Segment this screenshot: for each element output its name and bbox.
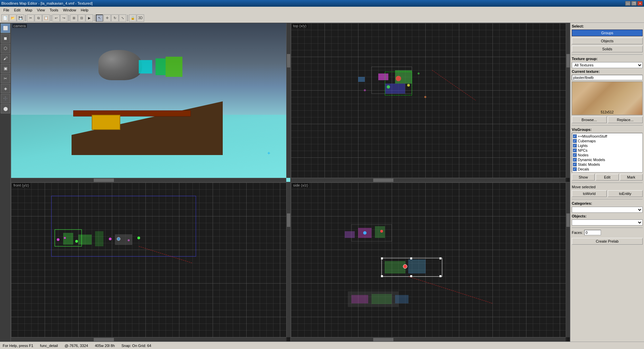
objects-section-label: Objects:: [572, 214, 643, 218]
front-scrollbar-h[interactable]: [11, 337, 286, 341]
front-viewport[interactable]: front (y/z): [11, 182, 291, 342]
show-button[interactable]: Show: [572, 174, 595, 181]
divider-3: [572, 183, 643, 183]
faces-input[interactable]: 0: [584, 230, 601, 235]
solids-button[interactable]: Solids: [572, 46, 643, 52]
toolbar-sep-5: [127, 15, 128, 21]
copy-button[interactable]: ⧉: [35, 14, 42, 22]
save-button[interactable]: 💾: [17, 14, 24, 22]
visgroup-decals[interactable]: ✓ Decals: [573, 167, 642, 171]
side-viewport-label: side (x/z): [292, 183, 309, 187]
menu-help[interactable]: Help: [79, 7, 91, 13]
svg-rect-45: [372, 294, 392, 304]
statusbar: For Help, press F1 func_detail @-7676, 3…: [0, 342, 644, 349]
visgroup-checkbox-npcs[interactable]: ✓: [573, 148, 577, 152]
svg-rect-34: [385, 261, 405, 273]
entity-tool[interactable]: ⬡: [1, 44, 10, 53]
decal-tool[interactable]: ⬤: [1, 104, 10, 113]
path-tool[interactable]: ➕: [1, 94, 10, 103]
visgroup-static-models[interactable]: ✓ Static Models: [573, 162, 642, 167]
mark-button[interactable]: Mark: [620, 174, 643, 181]
translate-tool[interactable]: ✛: [103, 14, 111, 22]
groups-button[interactable]: Groups: [572, 30, 643, 36]
menu-tools[interactable]: Tools: [48, 7, 60, 13]
svg-point-9: [424, 96, 426, 98]
divider-1: [572, 54, 643, 55]
snap-toggle[interactable]: ⊟: [78, 14, 85, 22]
visgroup-checkbox-nodes[interactable]: ✓: [573, 153, 577, 157]
menu-file[interactable]: File: [1, 7, 11, 13]
entity-type: func_detail: [40, 344, 58, 348]
visgroup-checkbox-dynamic-models[interactable]: ✓: [573, 158, 577, 162]
side-scrollbar-h[interactable]: [291, 337, 566, 341]
side-map-svg: [291, 183, 570, 341]
menu-edit[interactable]: Edit: [12, 7, 23, 13]
top-scrollbar-v[interactable]: [566, 23, 570, 178]
toentity-button[interactable]: toEntity: [608, 190, 643, 197]
camera-scrollbar-v[interactable]: [286, 23, 290, 178]
clip-tool[interactable]: ✂: [1, 74, 10, 83]
visgroup-dynamic-models[interactable]: ✓ Dynamic Models: [573, 157, 642, 162]
texture-group-select[interactable]: All Textures: [572, 62, 643, 68]
menu-map[interactable]: Map: [23, 7, 34, 13]
open-button[interactable]: 📂: [9, 14, 16, 22]
svg-point-18: [57, 238, 59, 241]
visgroup-checkbox-decals[interactable]: ✓: [573, 167, 577, 171]
visgroup-checkbox-missroomstuff[interactable]: ✓: [573, 134, 577, 138]
front-scrollbar-v[interactable]: [286, 183, 290, 337]
rotate-tool[interactable]: ↻: [111, 14, 119, 22]
texture-lock[interactable]: 🔒: [129, 14, 136, 22]
fill-tool[interactable]: ▣: [1, 64, 10, 73]
compile-button[interactable]: ▶: [86, 14, 93, 22]
visgroup-checkbox-lights[interactable]: ✓: [573, 144, 577, 148]
menu-view[interactable]: View: [35, 7, 47, 13]
replace-button[interactable]: Replace...: [608, 116, 643, 123]
vertex-tool[interactable]: ◈: [1, 84, 10, 93]
current-texture-input[interactable]: plaster/lbwlb: [572, 75, 643, 80]
visgroup-checkbox-cubemaps[interactable]: ✓: [573, 139, 577, 143]
side-scrollbar-v[interactable]: [566, 183, 570, 337]
objects-select[interactable]: [572, 219, 643, 226]
visgroup-npcs[interactable]: ✓ NPCs: [573, 148, 642, 153]
camera-viewport[interactable]: camera ✛: [11, 23, 291, 182]
grid-toggle[interactable]: ⊞: [70, 14, 78, 22]
menu-window[interactable]: Window: [61, 7, 78, 13]
minimize-button[interactable]: —: [625, 1, 631, 6]
undo-button[interactable]: ↩: [52, 14, 60, 22]
objects-button[interactable]: Objects: [572, 38, 643, 44]
side-viewport[interactable]: side (x/z): [291, 182, 570, 342]
selection-tool[interactable]: ⬜: [1, 23, 10, 33]
front-map-svg: [11, 183, 290, 341]
visgroup-cubemaps[interactable]: ✓ Cubemaps: [573, 139, 642, 143]
visgroup-nodes[interactable]: ✓ Nodes: [573, 153, 642, 157]
paint-tool[interactable]: 🖌: [1, 54, 10, 63]
svg-point-19: [64, 237, 66, 239]
svg-rect-40: [439, 275, 441, 277]
svg-point-22: [75, 240, 78, 243]
toworld-button[interactable]: toWorld: [572, 190, 607, 197]
cut-button[interactable]: ✂: [27, 14, 34, 22]
close-button[interactable]: ✕: [637, 1, 643, 6]
top-scrollbar-h[interactable]: [291, 178, 566, 182]
top-viewport[interactable]: top (x/y): [291, 23, 570, 182]
categories-select[interactable]: [572, 207, 643, 213]
camera-scrollbar-h[interactable]: [11, 178, 286, 182]
block-tool[interactable]: ◼: [1, 34, 10, 43]
browse-button[interactable]: Browse...: [572, 116, 607, 123]
restore-button[interactable]: ❐: [631, 1, 637, 6]
edit-visgroups-button[interactable]: Edit: [596, 174, 618, 181]
top-viewport-label: top (x/y): [292, 24, 308, 28]
3d-view-toggle[interactable]: 3D: [137, 14, 144, 22]
new-button[interactable]: 📄: [1, 14, 9, 22]
scale-tool[interactable]: ⤡: [119, 14, 126, 22]
visgroup-missroomstuff[interactable]: ✓ ++MissRoomStuff: [573, 134, 642, 139]
redo-button[interactable]: ↪: [60, 14, 68, 22]
create-prelab-button[interactable]: Create Prelab: [572, 238, 643, 245]
visgroup-checkbox-static-models[interactable]: ✓: [573, 162, 577, 166]
top-map-svg: [291, 23, 570, 182]
visgroup-lights[interactable]: ✓ Lights: [573, 143, 642, 148]
main-layout: ⬜ ◼ ⬡ 🖌 ▣ ✂ ◈ ➕ ⬤ camera: [0, 23, 644, 342]
paste-button[interactable]: 📋: [42, 14, 50, 22]
svg-rect-35: [409, 260, 425, 273]
select-tool[interactable]: ↖: [96, 14, 103, 22]
